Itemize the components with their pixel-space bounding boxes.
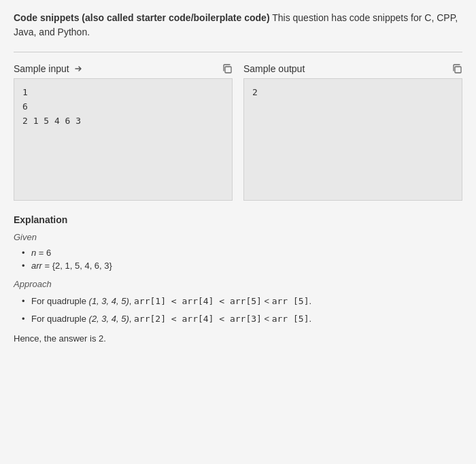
sample-input-block: Sample input 1 6 2 1 5 4 6 3	[14, 63, 233, 201]
sample-output-label-left: Sample output	[243, 63, 305, 74]
explanation-section: Explanation Given n = 6 arr = {2, 1, 5, …	[14, 214, 462, 344]
output-line-1: 2	[252, 86, 454, 100]
input-line-2: 6	[22, 100, 224, 114]
header-section: Code snippets (also called starter code/…	[14, 11, 462, 39]
svg-rect-0	[225, 67, 231, 73]
sample-output-block: Sample output 2	[243, 63, 462, 201]
hence-text: Hence, the answer is 2.	[14, 333, 462, 344]
approach-item-1: For quadruple (1, 3, 4, 5), arr[1] < arr…	[22, 295, 462, 308]
explanation-title: Explanation	[14, 214, 462, 225]
divider	[14, 52, 462, 52]
sample-output-label-row: Sample output	[243, 63, 462, 74]
copy-input-icon[interactable]	[222, 63, 233, 74]
sample-output-box: 2	[243, 78, 462, 201]
io-section: Sample input 1 6 2 1 5 4 6 3	[14, 63, 462, 201]
given-item-1: n = 6	[22, 248, 462, 258]
header-bold: Code snippets (also called starter code/…	[14, 12, 270, 23]
expand-icon[interactable]	[73, 64, 83, 73]
input-line-3: 2 1 5 4 6 3	[22, 114, 224, 129]
sample-output-label: Sample output	[243, 63, 305, 74]
approach-label: Approach	[14, 279, 462, 289]
sample-input-label-left: Sample input	[14, 63, 83, 74]
approach-list: For quadruple (1, 3, 4, 5), arr[1] < arr…	[22, 295, 462, 325]
sample-input-label-row: Sample input	[14, 63, 233, 74]
input-line-1: 1	[22, 86, 224, 100]
given-label: Given	[14, 232, 462, 242]
approach-item-2: For quadruple (2, 3, 4, 5), arr[2] < arr…	[22, 312, 462, 326]
sample-input-box: 1 6 2 1 5 4 6 3	[14, 78, 233, 201]
sample-input-label: Sample input	[14, 63, 69, 74]
given-list: n = 6 arr = {2, 1, 5, 4, 6, 3}	[22, 248, 462, 271]
copy-output-icon[interactable]	[452, 63, 462, 74]
svg-rect-1	[455, 67, 461, 73]
given-item-2: arr = {2, 1, 5, 4, 6, 3}	[22, 261, 462, 271]
